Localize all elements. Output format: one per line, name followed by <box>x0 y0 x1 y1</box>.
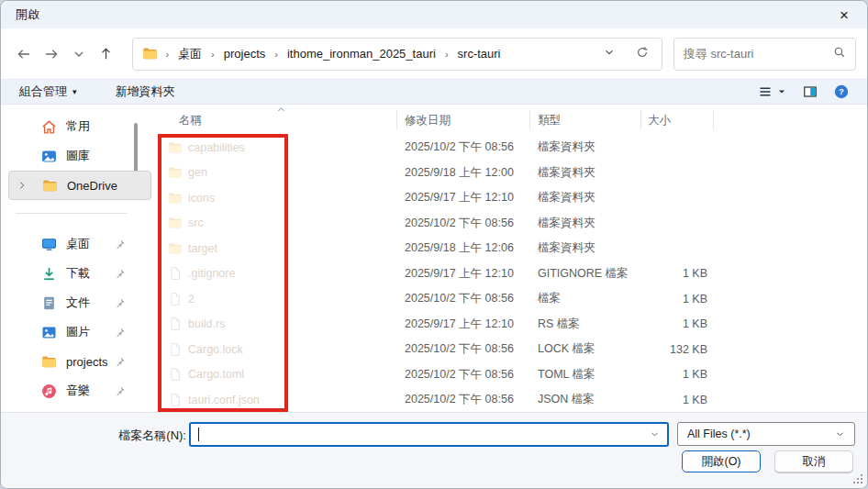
recent-locations-chevron-icon[interactable] <box>65 40 93 68</box>
file-row[interactable]: target2025/9/18 上午 12:06檔案資料夾 <box>159 236 867 261</box>
file-size: 1 KB <box>640 394 707 406</box>
file-type: 檔案資料夾 <box>538 190 640 206</box>
file-date-modified: 2025/9/17 上午 12:10 <box>405 317 538 332</box>
breadcrumb[interactable]: ›桌面›projects›ithome_ironman_2025_tauri›s… <box>132 38 662 71</box>
file-name: Cargo.toml <box>183 368 405 381</box>
text-caret <box>198 428 199 441</box>
pictures-icon <box>41 325 57 340</box>
list-view-icon <box>758 84 773 99</box>
file-icon <box>168 367 183 382</box>
file-list: 名稱 修改日期 類型 大小 capabilities2025/10/2 下午 0… <box>159 105 867 414</box>
file-name: target <box>183 242 405 255</box>
help-icon[interactable]: ? <box>834 84 849 99</box>
file-type: 檔案資料夾 <box>538 216 640 231</box>
address-dropdown-chevron-icon[interactable] <box>603 46 616 61</box>
column-header-size[interactable]: 大小 <box>648 113 671 128</box>
preview-pane-button[interactable] <box>803 84 818 99</box>
file-row[interactable]: Cargo.lock2025/10/2 下午 08:56LOCK 檔案132 K… <box>159 337 867 362</box>
file-row[interactable]: .gitignore2025/9/17 上午 12:10GITIGNORE 檔案… <box>159 261 867 287</box>
close-icon[interactable]: × <box>836 7 852 23</box>
sidebar-item-桌面[interactable]: 桌面 <box>8 229 151 259</box>
resize-grip[interactable] <box>853 474 862 483</box>
sidebar-item-OneDrive[interactable]: OneDrive <box>8 171 151 200</box>
file-row[interactable]: build.rs2025/9/17 上午 12:10RS 檔案1 KB <box>159 312 867 338</box>
file-date-modified: 2025/9/18 上午 12:00 <box>405 165 538 181</box>
file-name: capabilities <box>183 141 405 154</box>
download-icon <box>41 266 57 282</box>
column-headers: 名稱 修改日期 類型 大小 <box>159 105 867 135</box>
file-row[interactable]: capabilities2025/10/2 下午 08:56檔案資料夾 <box>159 135 867 161</box>
file-name: src <box>183 217 405 229</box>
sort-ascending-icon <box>276 105 286 115</box>
svg-text:?: ? <box>839 86 844 96</box>
filename-input[interactable] <box>189 422 669 447</box>
file-type: LOCK 檔案 <box>538 341 640 357</box>
sidebar-item-下載[interactable]: 下載 <box>8 259 151 288</box>
new-folder-button[interactable]: 新增資料夾 <box>116 83 175 100</box>
file-row[interactable]: gen2025/9/18 上午 12:00檔案資料夾 <box>159 161 867 186</box>
sidebar-item-label: 下載 <box>66 265 90 282</box>
sidebar-item-圖片[interactable]: 圖片 <box>8 317 151 347</box>
file-size: 1 KB <box>640 293 707 306</box>
column-header-date[interactable]: 修改日期 <box>405 113 451 128</box>
open-button[interactable]: 開啟(O) <box>682 450 761 472</box>
file-date-modified: 2025/10/2 下午 08:56 <box>405 216 538 231</box>
breadcrumb-item[interactable]: src-tauri <box>456 47 503 61</box>
breadcrumb-crumbs: ›桌面›projects›ithome_ironman_2025_tauri›s… <box>158 46 502 62</box>
home-icon <box>41 119 57 135</box>
breadcrumb-separator: › <box>204 49 222 60</box>
cancel-button[interactable]: 取消 <box>774 450 853 472</box>
file-date-modified: 2025/10/2 下午 08:56 <box>405 392 538 407</box>
refresh-icon[interactable] <box>636 46 649 61</box>
sidebar-item-圖庫[interactable]: 圖庫 <box>8 141 151 171</box>
sidebar-item-文件[interactable]: 文件 <box>8 288 151 317</box>
file-row[interactable]: Cargo.toml2025/10/2 下午 08:56TOML 檔案1 KB <box>159 362 867 388</box>
sidebar-item-label: 文件 <box>66 295 90 311</box>
command-bar: 組合管理 ▾ 新增資料夾 ? <box>1 79 867 105</box>
breadcrumb-item[interactable]: ithome_ironman_2025_tauri <box>285 47 438 61</box>
file-size: 1 KB <box>640 317 707 330</box>
pin-icon <box>114 268 126 280</box>
file-icon <box>168 342 183 357</box>
filetype-select[interactable]: All Files (*.*) <box>677 422 855 446</box>
column-header-name[interactable]: 名稱 <box>179 113 202 128</box>
sidebar-item-常用[interactable]: 常用 <box>8 112 151 141</box>
file-icon <box>168 292 183 306</box>
file-name: icons <box>183 192 405 205</box>
sidebar-item-label: 桌面 <box>66 236 90 252</box>
breadcrumb-item[interactable]: 桌面 <box>176 46 204 62</box>
file-type: JSON 檔案 <box>538 392 640 407</box>
file-icon <box>168 317 183 331</box>
back-icon[interactable] <box>10 40 38 68</box>
chevron-down-icon <box>777 87 786 96</box>
search-placeholder: 搜尋 src-tauri <box>684 46 833 62</box>
file-size: 1 KB <box>640 267 707 280</box>
filename-dropdown-chevron-icon[interactable] <box>650 429 660 439</box>
column-header-type[interactable]: 類型 <box>538 113 561 128</box>
file-name: Cargo.lock <box>183 343 405 356</box>
navigation-pane: 常用圖庫OneDrive桌面下載文件圖片projects音樂 <box>1 105 159 414</box>
search-input[interactable]: 搜尋 src-tauri <box>673 38 856 71</box>
sidebar-item-label: 常用 <box>66 118 90 135</box>
breadcrumb-item[interactable]: projects <box>222 47 268 61</box>
filetype-value: All Files (*.*) <box>687 428 751 440</box>
change-view-button[interactable] <box>758 84 786 99</box>
file-date-modified: 2025/10/2 下午 08:56 <box>405 139 538 155</box>
file-row[interactable]: src2025/10/2 下午 08:56檔案資料夾 <box>159 211 867 237</box>
filename-label: 檔案名稱(N): <box>109 428 186 444</box>
file-size: 1 KB <box>640 368 707 381</box>
pin-icon <box>114 385 126 397</box>
forward-icon[interactable] <box>38 40 65 68</box>
file-name: 2 <box>183 293 405 306</box>
sidebar-item-projects[interactable]: projects <box>8 347 151 376</box>
up-icon[interactable] <box>93 40 120 68</box>
title-bar: 開啟 × <box>1 1 867 28</box>
file-row[interactable]: 22025/10/2 下午 08:56檔案1 KB <box>159 286 867 312</box>
music-icon <box>41 383 57 399</box>
file-row[interactable]: tauri.conf.json2025/10/2 下午 08:56JSON 檔案… <box>159 387 867 413</box>
organize-menu-button[interactable]: 組合管理 ▾ <box>19 83 77 100</box>
file-date-modified: 2025/9/18 上午 12:06 <box>405 240 538 256</box>
sidebar-item-音樂[interactable]: 音樂 <box>8 376 151 406</box>
file-row[interactable]: icons2025/9/17 上午 12:10檔案資料夾 <box>159 185 867 211</box>
chevron-right-icon[interactable] <box>17 180 28 191</box>
